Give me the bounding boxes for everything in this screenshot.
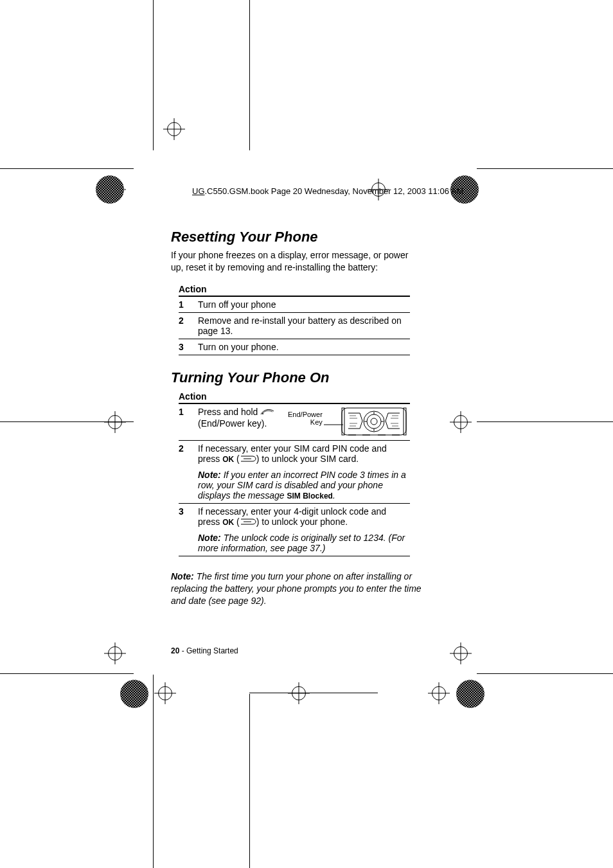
- color-calibration-dot-icon: [96, 175, 124, 204]
- end-power-key-icon: [260, 407, 274, 418]
- action-table-turn-on: Action 1 Press and hold (End: [179, 390, 410, 557]
- crop-mark: [249, 0, 250, 150]
- crop-mark: [153, 0, 154, 150]
- intro-resetting: If your phone freezes on a display, erro…: [171, 249, 423, 274]
- crop-mark: [0, 168, 134, 169]
- final-note-label: Note:: [171, 571, 194, 581]
- page-number: 20: [171, 646, 179, 655]
- page-header: UG.C550.GSM.book Page 20 Wednesday, Nove…: [192, 186, 463, 196]
- step1-text-a: Press and hold: [198, 407, 260, 417]
- table-row: 3 Turn on your phone.: [179, 339, 410, 355]
- crop-mark: [477, 168, 613, 169]
- ok-label: OK: [222, 518, 234, 527]
- color-calibration-dot-icon: [456, 680, 484, 708]
- svg-point-0: [262, 413, 263, 414]
- crop-mark: [153, 675, 154, 868]
- table-row: 1 Press and hold (End/Power key).: [179, 403, 410, 441]
- step-text: Remove and re-install your battery as de…: [198, 312, 410, 339]
- crop-mark: [249, 693, 378, 693]
- action-table-reset: Action 1 Turn off your phone 2 Remove an…: [179, 283, 410, 355]
- table-row: 2 If necessary, enter your SIM card PIN …: [179, 440, 410, 503]
- page-content: Resetting Your Phone If your phone freez…: [171, 229, 423, 616]
- step-number: 3: [179, 339, 198, 355]
- registration-mark-icon: [450, 642, 472, 664]
- crop-mark: [0, 673, 134, 674]
- softkey-icon: [240, 517, 256, 527]
- registration-mark-icon: [154, 682, 176, 704]
- crop-mark: [249, 694, 250, 868]
- svg-point-6: [367, 414, 381, 429]
- action-header: Action: [179, 390, 410, 403]
- step3-line1-c: ) to unlock your phone.: [256, 517, 348, 527]
- page-footer: 20 - Getting Started: [171, 646, 238, 655]
- final-note-body: The first time you turn your phone on af…: [171, 571, 422, 606]
- header-filename-prefix: UG: [192, 186, 205, 196]
- note-body: The unlock code is originally set to 123…: [198, 533, 405, 553]
- step2-line1-c: ) to unlock your SIM card.: [256, 454, 359, 464]
- sim-blocked-text: SIM Blocked: [287, 492, 333, 500]
- step-number: 2: [179, 312, 198, 339]
- note-label: Note:: [198, 470, 221, 480]
- header-filename-rest: .C550.GSM.book Page 20 Wednesday, Novemb…: [205, 186, 464, 196]
- ok-label: OK: [222, 455, 234, 464]
- step-text: Turn off your phone: [198, 296, 410, 313]
- step-text: If necessary, enter your SIM card PIN co…: [198, 440, 410, 503]
- note-body-b: .: [333, 490, 335, 500]
- color-calibration-dot-icon: [120, 680, 148, 708]
- registration-mark-icon: [450, 411, 472, 433]
- diagram-label-b: Key: [310, 418, 323, 426]
- registration-mark-icon: [163, 118, 185, 140]
- step-number: 3: [179, 504, 198, 556]
- step-number: 2: [179, 440, 198, 503]
- step-text: If necessary, enter your 4-digit unlock …: [198, 504, 410, 556]
- table-row: 1 Turn off your phone: [179, 296, 410, 313]
- svg-point-7: [371, 418, 377, 425]
- footer-section: - Getting Started: [179, 646, 238, 655]
- softkey-icon: [240, 454, 256, 465]
- registration-mark-icon: [428, 682, 450, 704]
- crop-mark: [477, 421, 613, 422]
- registration-mark-icon: [288, 682, 310, 704]
- crop-mark: [477, 673, 613, 674]
- phone-top-diagram-icon: [324, 407, 407, 436]
- step-text: Press and hold (End/Power key).: [198, 403, 410, 441]
- registration-mark-icon: [104, 642, 126, 664]
- step-text: Turn on your phone.: [198, 339, 410, 355]
- note-label: Note:: [198, 533, 221, 543]
- heading-resetting: Resetting Your Phone: [171, 229, 423, 245]
- table-row: 3 If necessary, enter your 4-digit unloc…: [179, 504, 410, 556]
- step-number: 1: [179, 403, 198, 441]
- registration-mark-icon: [104, 411, 126, 433]
- table-row: 2 Remove and re-install your battery as …: [179, 312, 410, 339]
- diagram-label-a: End/Power: [288, 411, 323, 418]
- action-header: Action: [179, 283, 410, 296]
- step1-text-b: (End/Power key).: [198, 418, 267, 429]
- heading-turning-on: Turning Your Phone On: [171, 369, 423, 386]
- step-number: 1: [179, 296, 198, 313]
